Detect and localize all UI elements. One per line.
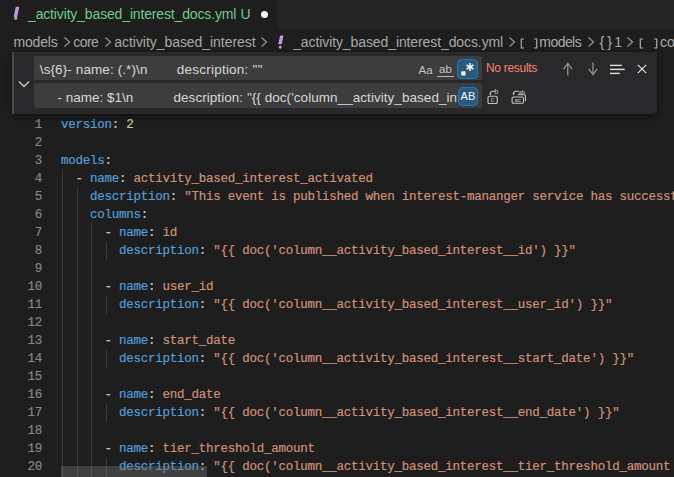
svg-text:ab: ab: [518, 89, 525, 95]
svg-text:ac: ac: [515, 97, 521, 103]
svg-text:b: b: [495, 88, 499, 95]
svg-text:c: c: [491, 96, 495, 103]
